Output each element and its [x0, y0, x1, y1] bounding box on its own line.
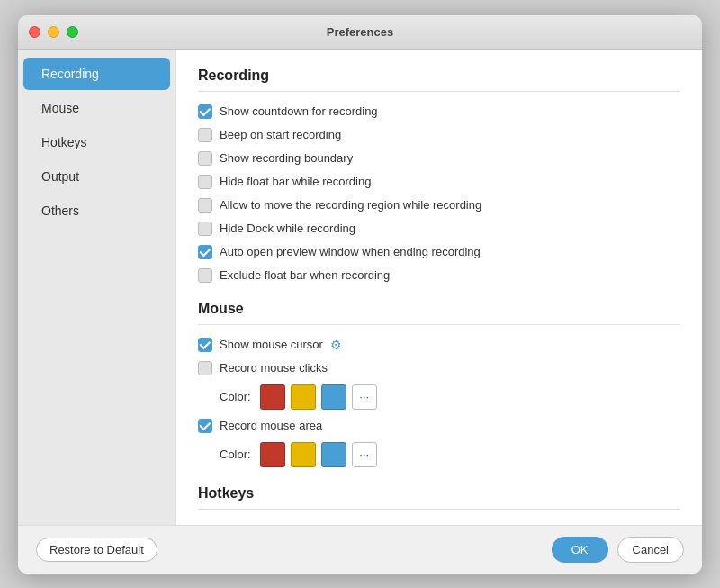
- titlebar: Preferences: [18, 15, 702, 50]
- color-swatch-blue-area[interactable]: [321, 442, 346, 467]
- option-show-cursor: Show mouse cursor ⚙: [198, 338, 680, 352]
- cancel-button[interactable]: Cancel: [617, 537, 684, 563]
- option-allow-move: Allow to move the recording region while…: [198, 198, 680, 213]
- recording-section-title: Recording: [198, 68, 680, 92]
- option-hide-dock: Hide Dock while recording: [198, 222, 680, 236]
- label-show-cursor: Show mouse cursor: [220, 338, 323, 351]
- footer-actions: OK Cancel: [552, 537, 684, 563]
- color-more-clicks[interactable]: ···: [352, 384, 377, 410]
- option-show-countdown: Show countdown for recording: [198, 104, 680, 119]
- checkbox-hide-dock[interactable]: [198, 222, 212, 236]
- color-label-area: Color:: [220, 448, 251, 461]
- main-content: Recording Show countdown for recording B…: [176, 50, 702, 525]
- option-auto-open-preview: Auto open preview window when ending rec…: [198, 245, 680, 259]
- hotkeys-section-title: Hotkeys: [198, 485, 680, 510]
- ok-button[interactable]: OK: [552, 537, 608, 563]
- mouse-section-title: Mouse: [198, 301, 680, 325]
- label-auto-open-preview: Auto open preview window when ending rec…: [220, 245, 481, 258]
- gear-icon[interactable]: ⚙: [330, 338, 342, 352]
- option-exclude-float-bar: Exclude float bar when recording: [198, 268, 680, 283]
- content-area: Recording Mouse Hotkeys Output Others Re…: [18, 50, 702, 525]
- maximize-button[interactable]: [67, 26, 78, 38]
- option-show-boundary: Show recording boundary: [198, 151, 680, 166]
- color-swatch-yellow-area[interactable]: [291, 442, 316, 467]
- label-beep-on-start: Beep on start recording: [220, 128, 341, 141]
- label-record-area: Record mouse area: [220, 419, 322, 432]
- color-swatch-red-clicks[interactable]: [260, 384, 285, 410]
- footer: Restore to Default OK Cancel: [18, 525, 702, 574]
- hotkeys-section: Hotkeys: [198, 485, 680, 510]
- window-controls: [29, 26, 78, 38]
- label-hide-dock: Hide Dock while recording: [220, 222, 356, 235]
- label-exclude-float-bar: Exclude float bar when recording: [220, 268, 390, 282]
- checkbox-hide-float-bar[interactable]: [198, 175, 212, 189]
- label-record-clicks: Record mouse clicks: [220, 361, 328, 375]
- checkbox-auto-open-preview[interactable]: [198, 245, 212, 259]
- color-more-area[interactable]: ···: [352, 442, 377, 467]
- label-allow-move: Allow to move the recording region while…: [220, 198, 482, 212]
- restore-default-button[interactable]: Restore to Default: [36, 538, 158, 562]
- checkbox-allow-move[interactable]: [198, 198, 212, 213]
- label-show-countdown: Show countdown for recording: [220, 104, 378, 118]
- sidebar-item-hotkeys[interactable]: Hotkeys: [23, 126, 170, 158]
- sidebar-item-mouse[interactable]: Mouse: [23, 92, 170, 124]
- option-hide-float-bar: Hide float bar while recording: [198, 175, 680, 189]
- option-beep-on-start: Beep on start recording: [198, 128, 680, 142]
- color-swatch-yellow-clicks[interactable]: [291, 384, 316, 410]
- preferences-window: Preferences Recording Mouse Hotkeys Outp…: [18, 15, 702, 574]
- window-title: Preferences: [327, 25, 393, 39]
- checkbox-beep-on-start[interactable]: [198, 128, 212, 142]
- label-show-boundary: Show recording boundary: [220, 151, 353, 165]
- sidebar-item-others[interactable]: Others: [23, 194, 170, 227]
- color-row-clicks: Color: ···: [220, 384, 680, 410]
- color-label-clicks: Color:: [220, 390, 251, 403]
- color-swatch-blue-clicks[interactable]: [321, 384, 346, 410]
- label-hide-float-bar: Hide float bar while recording: [220, 175, 371, 188]
- checkbox-show-cursor[interactable]: [198, 338, 212, 352]
- checkbox-record-clicks[interactable]: [198, 361, 212, 375]
- sidebar-item-recording[interactable]: Recording: [23, 58, 170, 90]
- mouse-section: Mouse Show mouse cursor ⚙ Record mouse c…: [198, 301, 680, 467]
- sidebar: Recording Mouse Hotkeys Output Others: [18, 50, 176, 525]
- checkbox-record-area[interactable]: [198, 419, 212, 433]
- color-row-area: Color: ···: [220, 442, 680, 467]
- minimize-button[interactable]: [48, 26, 59, 38]
- checkbox-show-countdown[interactable]: [198, 104, 212, 119]
- color-swatch-red-area[interactable]: [260, 442, 285, 467]
- checkbox-show-boundary[interactable]: [198, 151, 212, 166]
- sidebar-item-output[interactable]: Output: [23, 160, 170, 193]
- checkbox-exclude-float-bar[interactable]: [198, 268, 212, 283]
- option-record-clicks: Record mouse clicks: [198, 361, 680, 375]
- option-record-area: Record mouse area: [198, 419, 680, 433]
- close-button[interactable]: [29, 26, 40, 38]
